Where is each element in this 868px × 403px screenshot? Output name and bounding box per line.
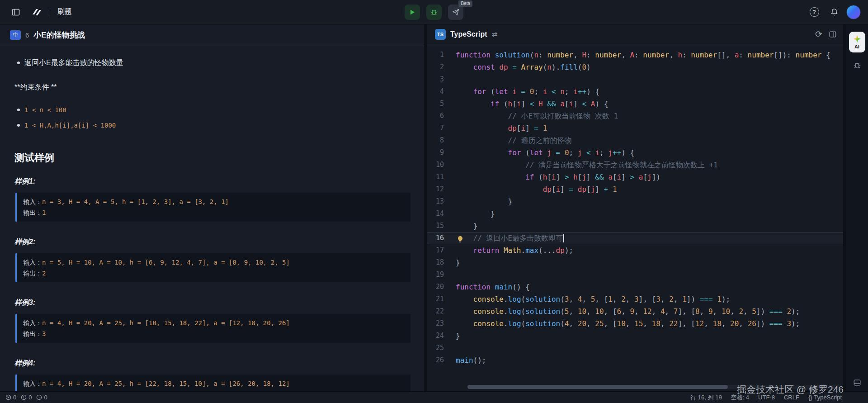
sample-input: 输入：n = 3, H = 4, A = 5, h = [1, 2, 3], a… [23, 196, 404, 207]
code-line[interactable]: 26main(); [427, 354, 843, 366]
language-switch-icon[interactable]: ⇄ [492, 30, 498, 38]
code-line[interactable]: 21 console.log(solution(3, 4, 5, [1, 2, … [427, 293, 843, 305]
constraint-item: 1 < n < 100 [14, 104, 410, 116]
language-mode[interactable]: {}TypeScript [808, 394, 842, 401]
submit-button[interactable] [448, 5, 463, 20]
line-number[interactable]: 16 [427, 232, 456, 244]
line-number[interactable]: 20 [427, 281, 456, 293]
ai-label: AI [854, 44, 859, 49]
app-title: 刷题 [57, 7, 72, 17]
line-number[interactable]: 1 [427, 49, 456, 61]
line-number[interactable]: 15 [427, 220, 456, 232]
line-number[interactable]: 18 [427, 256, 456, 269]
code-line[interactable]: 9 for (let j = 0; j < i; j++) { [427, 147, 843, 159]
code-line[interactable]: 24} [427, 330, 843, 342]
code-line[interactable]: 12 dp[i] = dp[j] + 1 [427, 183, 843, 195]
code-line[interactable]: 7 dp[i] = 1 [427, 122, 843, 134]
sample-label: 样例3: [14, 297, 410, 308]
line-number[interactable]: 26 [427, 354, 456, 366]
code-line[interactable]: 14 } [427, 208, 843, 220]
line-number[interactable]: 4 [427, 85, 456, 98]
code-line[interactable]: 25 [427, 342, 843, 354]
main-area: 中 6 小E的怪物挑战 返回小E最多能击败的怪物数量 **约束条件 ** 1 <… [0, 24, 868, 391]
samples-list: 样例1:输入：n = 3, H = 4, A = 5, h = [1, 2, 3… [14, 175, 410, 391]
code-line[interactable]: 5 if (h[i] < H && a[i] < A) { [427, 98, 843, 110]
difficulty-badge: 中 [10, 30, 21, 40]
sample-label: 样例4: [14, 357, 410, 369]
line-number[interactable]: 13 [427, 195, 456, 208]
sidebar-toggle-icon[interactable] [8, 5, 24, 20]
errors-icon [5, 394, 11, 400]
code-line[interactable]: 8 // 遍历之前的怪物 [427, 134, 843, 147]
infos-icon [36, 394, 42, 400]
infos-count[interactable]: 0 [36, 394, 47, 401]
panel-right-icon[interactable] [829, 30, 837, 38]
run-button[interactable] [405, 5, 420, 20]
lightbulb-icon[interactable] [457, 234, 464, 242]
line-number[interactable]: 10 [427, 159, 456, 171]
sample-input: 输入：n = 4, H = 20, A = 25, h = [22, 18, 1… [23, 378, 404, 389]
code-line[interactable]: 23 console.log(solution(4, 20, 25, [10, … [427, 318, 843, 330]
line-number[interactable]: 24 [427, 330, 456, 342]
editor-panel: TS TypeScript ⇄ ⟳ 1function solution(n: … [427, 24, 843, 391]
line-number[interactable]: 5 [427, 98, 456, 110]
line-number[interactable]: 11 [427, 171, 456, 183]
eol-setting[interactable]: CRLF [784, 394, 799, 401]
line-number[interactable]: 6 [427, 110, 456, 122]
code-line[interactable]: 22 console.log(solution(5, 10, 10, [6, 9… [427, 305, 843, 318]
ai-assistant-button[interactable]: AI [849, 32, 865, 52]
code-line[interactable]: 4 for (let i = 0; i < n; i++) { [427, 85, 843, 98]
right-rail: AI [846, 24, 868, 391]
avatar[interactable] [846, 5, 861, 19]
line-number[interactable]: 12 [427, 183, 456, 195]
line-number[interactable]: 9 [427, 147, 456, 159]
scrollbar-thumb[interactable] [467, 385, 728, 389]
sample-output: 输出：2 [23, 268, 404, 279]
topbar-divider [50, 8, 50, 16]
code-line[interactable]: 16 // 返回小E最多击败数即可 [427, 232, 843, 244]
line-number[interactable]: 25 [427, 342, 456, 354]
warnings-count[interactable]: 0 [21, 394, 32, 401]
encoding[interactable]: UTF-8 [758, 394, 775, 401]
code-line[interactable]: 11 if (h[i] > h[j] && a[i] > a[j]) [427, 171, 843, 183]
errors-count[interactable]: 0 [5, 394, 16, 401]
topbar-actions: Beta [405, 5, 463, 20]
code-editor[interactable]: 1function solution(n: number, H: number,… [427, 44, 843, 391]
statusbar-right: 行 16, 列 19 空格: 4 UTF-8 CRLF {}TypeScript [690, 394, 842, 402]
code-line[interactable]: 17 return Math.max(...dp); [427, 244, 843, 256]
code-line[interactable]: 6 // 小E可以打败当前怪物 次数 1 [427, 110, 843, 122]
bell-icon[interactable] [826, 5, 842, 20]
line-number[interactable]: 14 [427, 208, 456, 220]
line-number[interactable]: 23 [427, 318, 456, 330]
code-line[interactable]: 19 [427, 269, 843, 281]
line-number[interactable]: 7 [427, 122, 456, 134]
code-line[interactable]: 10 // 满足当前怪物严格大于之前怪物就在之前怪物次数上 +1 [427, 159, 843, 171]
juejin-logo[interactable] [31, 7, 42, 17]
code-line[interactable]: 18} [427, 256, 843, 269]
line-number[interactable]: 22 [427, 305, 456, 318]
line-number[interactable]: 2 [427, 61, 456, 73]
sample-input: 输入：n = 4, H = 20, A = 25, h = [10, 15, 1… [23, 318, 404, 328]
bug-report-icon[interactable] [853, 61, 862, 70]
line-number[interactable]: 8 [427, 134, 456, 147]
line-number[interactable]: 19 [427, 269, 456, 281]
reset-code-icon[interactable]: ⟳ [815, 29, 822, 39]
line-number[interactable]: 21 [427, 293, 456, 305]
code-line[interactable]: 2 const dp = Array(n).fill(0) [427, 61, 843, 73]
sample-output: 输出：1 [23, 207, 404, 218]
cursor-position[interactable]: 行 16, 列 19 [690, 394, 722, 402]
code-line[interactable]: 13 } [427, 195, 843, 208]
code-line[interactable]: 15 } [427, 220, 843, 232]
line-number[interactable]: 3 [427, 73, 456, 85]
line-number[interactable]: 17 [427, 244, 456, 256]
code-line[interactable]: 1function solution(n: number, H: number,… [427, 49, 843, 61]
help-icon[interactable]: ? [807, 5, 822, 20]
code-line[interactable]: 20function main() { [427, 281, 843, 293]
indent-setting[interactable]: 空格: 4 [731, 394, 749, 402]
braces-icon: {} [808, 394, 812, 401]
editor-language-label: TypeScript [450, 30, 487, 38]
statusbar-problems[interactable]: 000 [5, 394, 47, 401]
code-line[interactable]: 3 [427, 73, 843, 85]
bottom-panel-toggle-icon[interactable] [853, 379, 861, 387]
debug-button[interactable] [426, 5, 442, 20]
